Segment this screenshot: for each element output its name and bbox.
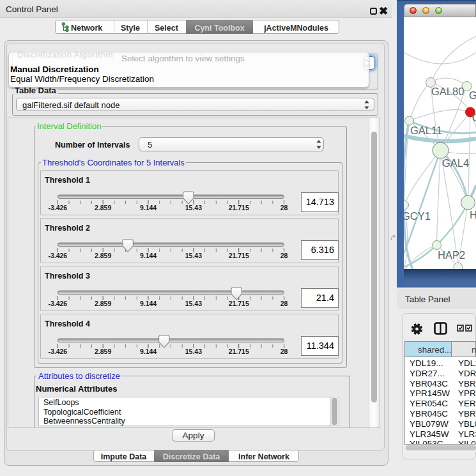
svg-text:15.43: 15.43 [185, 252, 202, 259]
svg-text:15.43: 15.43 [185, 204, 202, 211]
svg-text:28: 28 [280, 204, 288, 211]
svg-text:9.144: 9.144 [140, 348, 157, 355]
svg-text:15.43: 15.43 [185, 348, 202, 355]
svg-text:9.144: 9.144 [140, 300, 157, 307]
svg-text:G: G [469, 89, 476, 101]
svg-text:HAP2: HAP2 [438, 249, 465, 261]
svg-text:-3.426: -3.426 [48, 204, 67, 211]
svg-text:15.43: 15.43 [185, 300, 202, 307]
svg-text:-3.426: -3.426 [48, 300, 67, 307]
svg-text:2.859: 2.859 [95, 252, 111, 259]
svg-text:-3.426: -3.426 [48, 348, 67, 355]
svg-text:GAL4: GAL4 [442, 157, 469, 169]
svg-text:9.144: 9.144 [140, 204, 157, 211]
svg-text:GCY1: GCY1 [404, 210, 431, 222]
svg-text:-3.426: -3.426 [48, 252, 67, 259]
svg-text:2.859: 2.859 [95, 204, 111, 211]
svg-text:GAL80: GAL80 [431, 86, 464, 97]
svg-text:9.144: 9.144 [140, 252, 157, 259]
svg-text:GAL11: GAL11 [410, 125, 442, 136]
svg-text:21.715: 21.715 [229, 252, 249, 259]
svg-text:28: 28 [280, 300, 288, 307]
svg-text:2.859: 2.859 [95, 300, 111, 307]
svg-text:21.715: 21.715 [229, 348, 249, 355]
svg-text:H: H [470, 209, 476, 220]
svg-text:28: 28 [280, 348, 288, 355]
svg-text:21.715: 21.715 [229, 204, 249, 211]
svg-text:2.859: 2.859 [95, 348, 111, 355]
svg-text:21.715: 21.715 [229, 300, 249, 307]
svg-text:C: C [472, 112, 476, 123]
svg-text:28: 28 [280, 252, 288, 259]
